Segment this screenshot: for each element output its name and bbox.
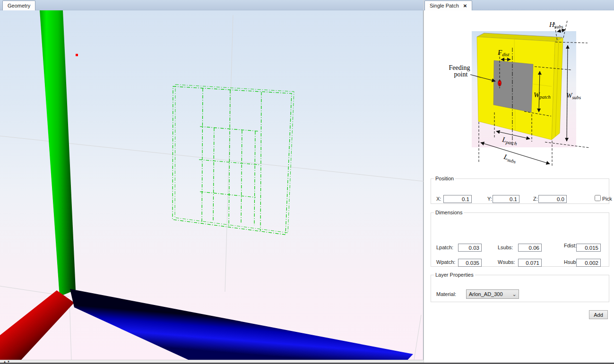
z-input[interactable]	[538, 195, 567, 203]
dimensions-groupbox: Dimensions Lpatch: Lsubs: Fdist: Wpatch:…	[431, 210, 609, 267]
lsubs-input[interactable]	[518, 244, 542, 252]
close-icon[interactable]: ✕	[463, 3, 467, 8]
material-select[interactable]: Arlon_AD_300 ⌄	[466, 289, 519, 299]
geometry-view-region: Geometry	[0, 0, 424, 364]
wsubs-input[interactable]	[518, 259, 542, 267]
tab-single-patch[interactable]: Single Patch ✕	[424, 0, 472, 10]
patch-antenna-wireframe	[173, 85, 294, 235]
material-selected-value: Arlon_AD_300	[467, 291, 510, 297]
selection-marker-dot	[76, 54, 78, 56]
dimensions-legend: Dimensions	[434, 210, 464, 215]
lower-left-axis-cylinder	[0, 290, 74, 360]
add-button[interactable]: Add	[589, 310, 608, 319]
tab-geometry-label: Geometry	[8, 3, 30, 8]
vertical-axis-cylinder	[40, 10, 76, 296]
position-legend: Position	[434, 176, 455, 181]
svg-text:Feeding: Feeding	[449, 64, 470, 71]
lsubs-label: Lsubs:	[498, 245, 513, 250]
svg-text:Hsubs: Hsubs	[549, 21, 563, 29]
viewport-3d-scene	[0, 10, 424, 360]
application-window: Geometry	[0, 0, 614, 364]
chevron-down-icon: ⌄	[510, 291, 519, 297]
pick-checkbox[interactable]	[595, 195, 601, 201]
x-label: X:	[436, 196, 441, 202]
viewport-canvas[interactable]	[0, 10, 424, 360]
tab-single-patch-label: Single Patch	[430, 3, 459, 8]
tab-geometry[interactable]: Geometry	[2, 0, 35, 10]
patch-antenna-diagram: Hsubs Fdist Wpatch Wsubs Lpatch Lsubs Fe…	[424, 10, 614, 173]
hsubs-input[interactable]	[576, 259, 601, 267]
feeding-point-label: Feeding point	[449, 64, 470, 78]
lpatch-input[interactable]	[458, 244, 482, 252]
svg-text:Lsubs: Lsubs	[502, 152, 518, 164]
single-patch-tabbar: Single Patch ✕	[424, 0, 614, 10]
geometry-tabbar: Geometry	[0, 0, 424, 10]
z-label: Z:	[533, 196, 538, 202]
lower-right-axis-cylinder	[70, 289, 413, 360]
single-patch-panel: Single Patch ✕	[424, 0, 614, 363]
layer-properties-legend: Layer Properties	[434, 272, 475, 278]
layer-properties-groupbox: Layer Properties Material: Arlon_AD_300 …	[431, 272, 609, 302]
x-input[interactable]	[443, 195, 472, 203]
pick-label: Pick	[602, 196, 612, 202]
wpatch-label: Wpatch:	[436, 259, 455, 265]
wsubs-label: Wsubs:	[498, 259, 515, 265]
wpatch-input[interactable]	[458, 259, 482, 267]
material-label: Material:	[436, 291, 456, 297]
fdist-input[interactable]	[576, 244, 601, 252]
position-groupbox: Position X: Y: Z: Pick	[431, 176, 609, 204]
y-input[interactable]	[493, 195, 519, 203]
fdist-label: Fdist:	[564, 243, 577, 248]
y-label: Y:	[487, 196, 492, 202]
lpatch-label: Lpatch:	[436, 245, 453, 250]
svg-text:point: point	[454, 71, 468, 78]
